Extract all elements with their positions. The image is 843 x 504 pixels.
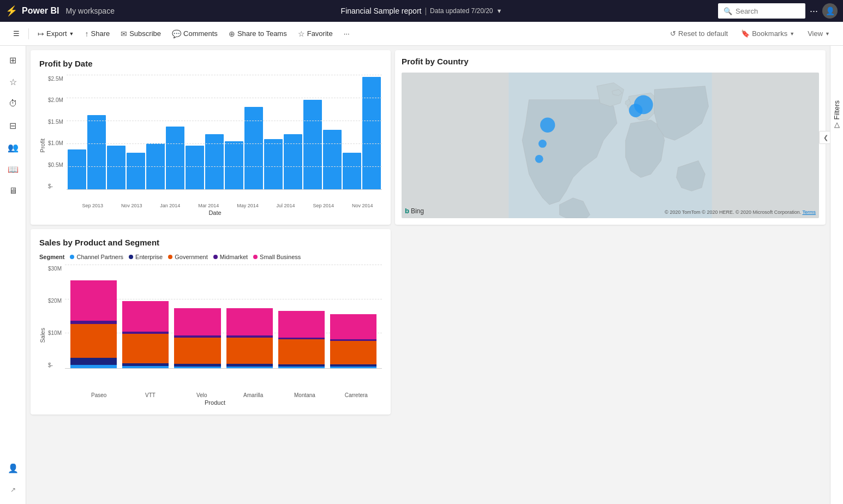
sidebar-item-workspaces[interactable]: 🖥 xyxy=(3,181,23,201)
toolbar-more-button[interactable]: ··· xyxy=(339,27,354,40)
bubble-mexico[interactable] xyxy=(535,155,543,163)
profit-bar[interactable] xyxy=(68,149,86,190)
stacked-bar-group[interactable] xyxy=(278,311,325,369)
comments-label: Comments xyxy=(183,29,218,38)
x-label-mar14: Mar 2014 xyxy=(198,203,219,208)
sidebar-item-favorites[interactable]: ☆ xyxy=(3,72,23,92)
legend-government: Government xyxy=(168,254,208,260)
profit-y-label: Profit xyxy=(39,139,46,153)
y-label-1-5m: $1.5M xyxy=(48,119,63,125)
profit-bar[interactable] xyxy=(362,77,381,189)
sales-y-label: Sales xyxy=(39,328,46,343)
comments-button[interactable]: 💬 Comments xyxy=(168,27,222,40)
map-svg xyxy=(402,73,819,218)
map-copyright: © 2020 TomTom © 2020 HERE. © 2020 Micros… xyxy=(665,209,816,215)
stacked-segment xyxy=(122,334,169,363)
stacked-segment xyxy=(70,280,117,321)
avatar[interactable]: 👤 xyxy=(822,3,838,19)
filters-panel-toggle[interactable]: ▽ Filters xyxy=(833,100,841,130)
stacked-segment xyxy=(330,314,376,339)
profit-bar[interactable] xyxy=(303,100,322,189)
collapse-button[interactable]: ❮ xyxy=(819,131,830,144)
search-box[interactable]: 🔍 xyxy=(718,3,805,19)
x-label-jan14: Jan 2014 xyxy=(160,203,180,208)
x-label-sep14: Sep 2014 xyxy=(313,203,334,208)
legend-small-label: Small Business xyxy=(260,254,301,260)
stacked-segment xyxy=(70,365,117,368)
stacked-bar-group[interactable] xyxy=(226,308,273,368)
favorite-button[interactable]: ☆ Favorite xyxy=(294,27,337,40)
share-label: Share xyxy=(91,29,110,38)
legend-enterprise: Enterprise xyxy=(129,254,163,260)
y-label-0: $- xyxy=(48,183,63,189)
toolbar-sep-1 xyxy=(28,28,29,39)
filter-icon: ▽ xyxy=(833,122,841,130)
profit-bar[interactable] xyxy=(107,146,125,189)
stacked-bar-group[interactable] xyxy=(330,314,376,368)
bookmarks-label: Bookmarks xyxy=(752,29,787,38)
top-bar-right: 🔍 ··· 👤 xyxy=(718,3,838,19)
sidebar-item-shared[interactable]: 👥 xyxy=(3,137,23,157)
chevron-down-icon[interactable]: ▼ xyxy=(497,8,503,14)
export-label: Export xyxy=(46,29,67,38)
stacked-bar-group[interactable] xyxy=(122,301,169,369)
map-container[interactable]: b Bing © 2020 TomTom © 2020 HERE. © 2020… xyxy=(402,73,819,218)
bookmarks-button[interactable]: 🔖 Bookmarks ▼ xyxy=(737,27,799,40)
legend-small-dot xyxy=(253,255,258,259)
profit-bar[interactable] xyxy=(284,134,302,189)
bubble-canada[interactable] xyxy=(540,118,555,133)
view-chevron: ▼ xyxy=(825,31,830,37)
stacked-bar-group[interactable] xyxy=(174,308,220,368)
stacked-x-label: Carretera xyxy=(331,392,382,398)
search-icon: 🔍 xyxy=(724,7,732,15)
profit-bar[interactable] xyxy=(244,107,263,189)
bottom-row: Sales by Product and Segment Segment Cha… xyxy=(31,229,826,415)
sidebar-item-home[interactable]: ⊞ xyxy=(3,50,23,70)
search-input[interactable] xyxy=(736,7,800,15)
map-terms-link[interactable]: Terms xyxy=(803,209,816,215)
legend-title: Segment xyxy=(39,254,64,260)
export-icon: ↦ xyxy=(38,29,44,38)
sidebar-item-expand[interactable]: ↗ xyxy=(3,480,23,500)
stacked-bar-group[interactable] xyxy=(70,280,117,369)
profit-bar[interactable] xyxy=(127,153,145,189)
star-icon: ☆ xyxy=(298,29,305,38)
bookmarks-chevron: ▼ xyxy=(790,31,794,37)
bubble-europe2[interactable] xyxy=(629,104,643,117)
view-button[interactable]: View ▼ xyxy=(803,27,834,40)
profit-country-title: Profit by Country xyxy=(402,57,819,66)
profit-bar[interactable] xyxy=(343,153,361,189)
profit-bar[interactable] xyxy=(146,143,165,189)
share-teams-button[interactable]: ⊕ Share to Teams xyxy=(224,27,291,40)
profit-bar[interactable] xyxy=(186,146,204,189)
sidebar-item-recent[interactable]: ⏱ xyxy=(3,94,23,113)
menu-button[interactable]: ☰ xyxy=(9,27,24,40)
y-label-0-5m: $0.5M xyxy=(48,162,63,168)
export-button[interactable]: ↦ Export ▼ xyxy=(33,27,79,40)
stacked-segment xyxy=(330,341,376,364)
sidebar-item-apps[interactable]: ⊟ xyxy=(3,116,23,135)
sidebar-item-learn[interactable]: 📖 xyxy=(3,159,23,179)
profit-bar[interactable] xyxy=(166,127,184,190)
share-icon: ↑ xyxy=(85,29,89,38)
profit-bar[interactable] xyxy=(225,141,243,189)
profit-bar[interactable] xyxy=(205,134,224,189)
reset-button[interactable]: ↺ Reset to default xyxy=(666,27,732,40)
share-button[interactable]: ↑ Share xyxy=(81,27,115,40)
subscribe-button[interactable]: ✉ Subscribe xyxy=(116,27,165,40)
view-label: View xyxy=(808,29,823,38)
bing-logo: b Bing xyxy=(405,207,424,215)
stacked-segment xyxy=(174,308,220,336)
comments-icon: 💬 xyxy=(172,29,181,38)
bubble-usa[interactable] xyxy=(539,140,547,148)
reset-label: Reset to default xyxy=(678,29,728,38)
avatar-icon: 👤 xyxy=(826,7,835,15)
profit-bar[interactable] xyxy=(323,130,342,189)
export-chevron: ▼ xyxy=(69,31,74,37)
sidebar-item-account[interactable]: 👤 xyxy=(3,458,23,478)
stacked-x-label: VTT xyxy=(124,392,176,398)
workspace-label[interactable]: My workspace xyxy=(65,7,114,15)
more-options-button[interactable]: ··· xyxy=(810,5,818,17)
profit-bar[interactable] xyxy=(87,115,106,190)
profit-bar[interactable] xyxy=(264,139,283,189)
